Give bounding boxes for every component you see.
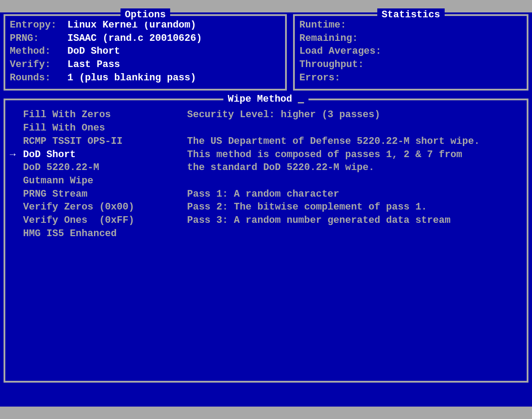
- arrow-icon: [10, 174, 23, 188]
- stat-errors: Errors:: [299, 71, 522, 85]
- option-label: Method:: [10, 45, 67, 58]
- menu-label: HMG IS5 Enhanced: [23, 227, 187, 241]
- app-screen: ShredOS v2021.08.2_23_i586_0.34_(32-bit)…: [0, 0, 532, 419]
- detail-desc: The US Department of Defense 5220.22-M s…: [187, 135, 522, 148]
- detail-pass-2: Pass 2: The bitwise complement of pass 1…: [187, 201, 522, 214]
- detail-security-level: Security Level: higher (3 passes): [187, 108, 522, 122]
- stat-remaining: Remaining:: [299, 32, 522, 45]
- option-method: Method: DoD Short: [10, 45, 281, 58]
- menu-label: DoD Short: [23, 148, 187, 162]
- option-value: ISAAC (rand.c 20010626): [67, 32, 202, 45]
- option-rounds: Rounds: 1 (plus blanking pass): [10, 71, 281, 85]
- arrow-icon: →: [10, 148, 23, 162]
- wipe-method-menu[interactable]: Fill With Zeros Fill With Ones RCMP TSSI…: [10, 108, 187, 240]
- wipe-method-title-text: Wipe Method: [228, 94, 292, 105]
- menu-item-verify-zeros[interactable]: Verify Zeros (0x00): [10, 201, 187, 214]
- arrow-icon: [10, 214, 23, 227]
- arrow-icon: [10, 201, 23, 214]
- detail-desc: the standard DoD 5220.22-M wipe.: [187, 161, 522, 174]
- option-label: Verify:: [10, 58, 67, 71]
- wipe-inner: Fill With Zeros Fill With Ones RCMP TSSI…: [10, 108, 522, 240]
- menu-label: Verify Zeros (0x00): [23, 201, 187, 214]
- menu-item-gutmann[interactable]: Gutmann Wipe: [10, 174, 187, 188]
- detail-pass-3: Pass 3: A random number generated data s…: [187, 214, 522, 227]
- detail-desc: This method is composed of passes 1, 2 &…: [187, 148, 522, 162]
- stat-load-averages: Load Averages:: [299, 45, 522, 58]
- footer-help-bar: J=Down K=Up Space=Select Backspace=Cance…: [0, 407, 532, 419]
- option-value: DoD Short: [67, 45, 120, 58]
- option-value: Last Pass: [67, 58, 120, 71]
- arrow-icon: [10, 108, 23, 122]
- detail-blank: [187, 122, 522, 135]
- statistics-panel: Statistics Runtime: Remaining: Load Aver…: [293, 14, 528, 91]
- content-area: Options Entropy: Linux Kernel (urandom) …: [0, 12, 532, 407]
- stat-throughput: Throughput:: [299, 58, 522, 71]
- title-bar: ShredOS v2021.08.2_23_i586_0.34_(32-bit): [0, 0, 532, 12]
- arrow-icon: [10, 122, 23, 135]
- menu-label: DoD 5220.22-M: [23, 161, 187, 174]
- option-verify: Verify: Last Pass: [10, 58, 281, 71]
- menu-item-dod-522022m[interactable]: DoD 5220.22-M: [10, 161, 187, 174]
- menu-label: RCMP TSSIT OPS-II: [23, 135, 187, 148]
- options-panel-title: Options: [120, 8, 170, 22]
- menu-label: Fill With Ones: [23, 122, 187, 135]
- arrow-icon: [10, 227, 23, 241]
- options-panel: Options Entropy: Linux Kernel (urandom) …: [4, 14, 287, 91]
- statistics-panel-title: Statistics: [377, 8, 445, 22]
- cursor-icon: [298, 102, 304, 103]
- option-label: PRNG:: [10, 32, 67, 45]
- menu-item-hmg-is5[interactable]: HMG IS5 Enhanced: [10, 227, 187, 241]
- menu-label: Fill With Zeros: [23, 108, 187, 122]
- arrow-icon: [10, 135, 23, 148]
- menu-item-fill-zeros[interactable]: Fill With Zeros: [10, 108, 187, 122]
- menu-item-fill-ones[interactable]: Fill With Ones: [10, 122, 187, 135]
- top-row: Options Entropy: Linux Kernel (urandom) …: [4, 14, 528, 91]
- arrow-icon: [10, 161, 23, 174]
- menu-item-rcmp[interactable]: RCMP TSSIT OPS-II: [10, 135, 187, 148]
- menu-label: Verify Ones (0xFF): [23, 214, 187, 227]
- wipe-method-detail: Security Level: higher (3 passes) The US…: [187, 108, 522, 240]
- wipe-method-panel-title: Wipe Method: [223, 93, 309, 106]
- menu-item-dod-short[interactable]: → DoD Short: [10, 148, 187, 162]
- detail-blank: [187, 174, 522, 188]
- menu-label: Gutmann Wipe: [23, 174, 187, 188]
- option-value: 1 (plus blanking pass): [67, 71, 196, 85]
- menu-label: PRNG Stream: [23, 188, 187, 201]
- detail-pass-1: Pass 1: A random character: [187, 188, 522, 201]
- option-prng: PRNG: ISAAC (rand.c 20010626): [10, 32, 281, 45]
- option-label: Rounds:: [10, 71, 67, 85]
- menu-item-prng-stream[interactable]: PRNG Stream: [10, 188, 187, 201]
- option-label: Entropy:: [10, 19, 67, 32]
- wipe-method-panel: Wipe Method Fill With Zeros Fill With On…: [4, 99, 528, 383]
- menu-item-verify-ones[interactable]: Verify Ones (0xFF): [10, 214, 187, 227]
- arrow-icon: [10, 188, 23, 201]
